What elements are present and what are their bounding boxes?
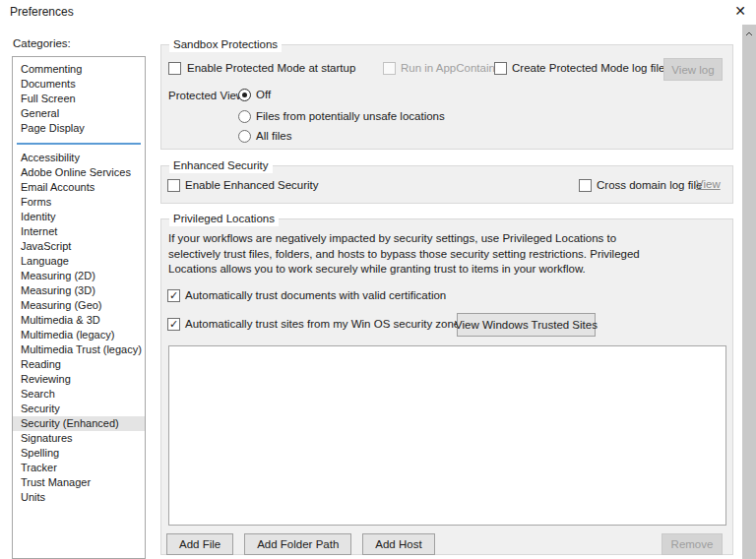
category-item[interactable]: Documents: [13, 77, 145, 92]
category-item[interactable]: Measuring (Geo): [13, 298, 145, 313]
vertical-scrollbar[interactable]: [742, 25, 756, 559]
categories-listbox[interactable]: CommentingDocumentsFull ScreenGeneralPag…: [12, 56, 146, 559]
category-item[interactable]: Trust Manager: [13, 475, 145, 490]
category-item[interactable]: Adobe Online Services: [13, 165, 145, 180]
run-in-appcontainer-checkbox: ✓: [383, 62, 396, 75]
description-line: Locations allows you to work securely wh…: [168, 262, 640, 278]
category-item[interactable]: Units: [13, 490, 145, 505]
category-separator: [13, 136, 145, 151]
protected-view-off-radio[interactable]: [238, 89, 251, 101]
category-item[interactable]: Security: [13, 402, 145, 416]
category-item[interactable]: Forms: [13, 195, 145, 210]
window-title: Preferences: [10, 5, 74, 19]
protected-view-label: Protected View: [168, 89, 244, 103]
enable-protected-mode-checkbox[interactable]: ✓: [168, 62, 181, 75]
privileged-locations-description: If your workflows are negatively impacte…: [168, 231, 640, 278]
cross-domain-log-label: Cross domain log file: [597, 178, 702, 193]
category-item[interactable]: Reading: [13, 357, 145, 372]
protected-view-allfiles-radio[interactable]: [238, 130, 251, 143]
category-item[interactable]: Spelling: [13, 446, 145, 461]
privileged-locations-list[interactable]: [168, 345, 726, 526]
group-title: Sandbox Protections: [169, 37, 282, 52]
category-item[interactable]: Measuring (2D): [13, 269, 145, 283]
description-line: selectively trust files, folders, and ho…: [168, 247, 640, 263]
category-item[interactable]: Internet: [13, 224, 145, 239]
category-item[interactable]: Identity: [13, 210, 145, 224]
category-item[interactable]: Accessibility: [13, 151, 145, 165]
view-log-button: View log: [663, 58, 723, 81]
protected-view-unsafe-label: Files from potentially unsafe locations: [256, 109, 445, 124]
trust-certified-docs-checkbox[interactable]: ✓: [167, 289, 180, 302]
privileged-locations-group: Privileged Locations If your workflows a…: [160, 218, 733, 555]
category-item[interactable]: Multimedia & 3D: [13, 313, 145, 328]
category-item[interactable]: Language: [13, 254, 145, 269]
category-item[interactable]: Reviewing: [13, 372, 145, 387]
protected-view-unsafe-radio[interactable]: [238, 110, 251, 123]
category-item[interactable]: Search: [13, 387, 145, 402]
category-item[interactable]: Page Display: [13, 121, 145, 136]
category-item[interactable]: JavaScript: [13, 239, 145, 254]
view-windows-trusted-sites-button[interactable]: View Windows Trusted Sites: [457, 313, 596, 337]
category-item[interactable]: Measuring (3D): [13, 283, 145, 298]
group-title: Enhanced Security: [169, 158, 273, 173]
add-file-button[interactable]: Add File: [166, 533, 233, 555]
enhanced-security-group: Enhanced Security ✓ Enable Enhanced Secu…: [160, 165, 733, 204]
check-icon: ✓: [168, 319, 179, 329]
run-in-appcontainer-label: Run in AppContainer: [401, 61, 505, 76]
protected-view-off-label: Off: [256, 88, 271, 102]
category-item[interactable]: Security (Enhanced): [13, 416, 145, 431]
trust-certified-docs-label: Automatically trust documents with valid…: [185, 288, 446, 303]
remove-button: Remove: [662, 533, 723, 555]
add-host-button[interactable]: Add Host: [362, 533, 434, 555]
enable-enhanced-security-label: Enable Enhanced Security: [185, 178, 319, 193]
sandbox-protections-group: Sandbox Protections ✓ Enable Protected M…: [160, 44, 733, 150]
category-item[interactable]: Tracker: [13, 461, 145, 475]
create-log-checkbox[interactable]: ✓: [494, 62, 507, 75]
create-log-label: Create Protected Mode log file: [512, 61, 664, 76]
close-icon[interactable]: ✕: [731, 2, 749, 20]
cross-domain-log-checkbox[interactable]: ✓: [579, 179, 592, 192]
category-item[interactable]: Email Accounts: [13, 180, 145, 195]
category-item[interactable]: General: [13, 106, 145, 121]
check-icon: ✓: [168, 290, 179, 300]
trust-os-zones-label: Automatically trust sites from my Win OS…: [185, 317, 466, 332]
category-item[interactable]: Multimedia Trust (legacy): [13, 342, 145, 357]
description-line: If your workflows are negatively impacte…: [168, 231, 640, 247]
scroll-up-icon[interactable]: [742, 29, 756, 38]
protected-view-allfiles-label: All files: [256, 129, 291, 144]
group-title: Privileged Locations: [169, 212, 279, 226]
trust-os-zones-checkbox[interactable]: ✓: [167, 318, 180, 331]
category-item[interactable]: Full Screen: [13, 92, 145, 106]
add-folder-path-button[interactable]: Add Folder Path: [244, 533, 351, 555]
enable-protected-mode-label: Enable Protected Mode at startup: [187, 61, 355, 76]
enable-enhanced-security-checkbox[interactable]: ✓: [167, 179, 180, 192]
category-item[interactable]: Signatures: [13, 431, 145, 446]
view-cross-domain-log-link[interactable]: View: [696, 178, 721, 190]
category-item[interactable]: Commenting: [13, 62, 145, 77]
category-item[interactable]: Multimedia (legacy): [13, 328, 145, 342]
categories-label: Categories:: [13, 37, 71, 49]
